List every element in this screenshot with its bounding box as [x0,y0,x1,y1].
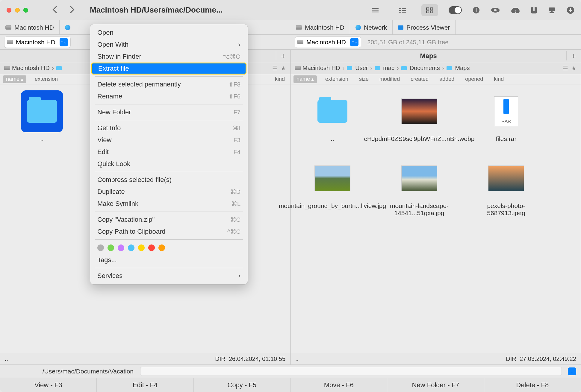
fkey-new-folder[interactable]: New Folder - F7 [387,378,484,392]
context-menu-item[interactable]: Show in Finder⌥⌘O [90,51,248,63]
binoculars-icon[interactable] [511,7,520,13]
network-icon[interactable] [548,7,556,13]
info-icon[interactable]: i [472,6,480,14]
folder-icon [56,66,62,70]
list-toggle-icon[interactable]: ☰ [563,65,568,72]
image-thumbnail [401,98,437,124]
col-name[interactable]: name ▴ [3,75,26,83]
folder-icon [401,66,407,70]
context-menu-divider [95,104,243,104]
back-button[interactable] [52,6,58,15]
context-menu-divider [95,76,243,77]
image-item-mountain-ground[interactable]: mountain_ground_by_burtn...llview.jpg [299,157,365,217]
tag-color-dot[interactable] [158,244,165,251]
col-name[interactable]: name ▴ [293,75,317,83]
fkey-copy[interactable]: Copy - F5 [194,378,290,392]
fkey-view[interactable]: View - F3 [0,378,97,392]
context-menu-item[interactable]: New FolderF7 [90,106,248,118]
disk-free-text: 205,51 GB of 245,11 GB free [367,39,449,46]
context-menu-item[interactable]: Quick Look [90,158,248,170]
context-menu-item[interactable]: Make Symlink⌘L [90,198,248,210]
context-menu-item[interactable]: Open [90,27,248,39]
image-item-mountain-landscape[interactable]: mountain-landscape-14541...51gxa.jpg [386,157,452,217]
left-device-select[interactable]: Macintosh HD ⌃⌄ [4,37,71,48]
list-view-icon[interactable] [367,4,384,16]
fkey-move[interactable]: Move - F6 [290,378,387,392]
col-kind[interactable]: kind [488,76,509,82]
svg-rect-16 [513,8,518,10]
column-view-icon[interactable] [394,4,411,16]
path-bar: /Users/mac/Documents/Vacation ⌄ [0,364,581,378]
context-menu-item[interactable]: EditF4 [90,146,248,158]
context-menu-item[interactable]: Get Info⌘I [90,122,248,134]
path-input[interactable] [140,367,562,376]
svg-rect-21 [550,12,554,13]
right-column-headers[interactable]: name ▴ extension size modified created a… [290,74,581,84]
add-tab-button[interactable]: + [276,51,290,60]
icon-view-icon[interactable] [421,4,438,16]
col-kind[interactable]: kind [270,76,290,82]
toggle-icon[interactable] [449,6,462,14]
context-menu-item[interactable]: Extract file [91,63,246,75]
right-device-row: Macintosh HD ⌃⌄ 205,51 GB of 245,11 GB f… [290,35,581,50]
star-icon[interactable]: ★ [281,65,286,72]
right-icon-grid[interactable]: .. cHJpdmF0ZS9sci9pbWFnZ...nBn.webp RAR … [290,84,581,353]
tag-color-dot[interactable] [148,244,155,251]
col-modified[interactable]: modified [374,76,405,82]
svg-point-13 [494,9,497,11]
tab-partial[interactable] [60,20,76,34]
path-dropdown-button[interactable]: ⌄ [568,367,576,375]
fkey-bar: View - F3 Edit - F4 Copy - F5 Move - F6 … [0,378,581,392]
parent-folder-item[interactable]: .. [9,90,75,142]
col-extension[interactable]: extension [29,76,63,82]
context-menu-item[interactable]: Rename⇧F6 [90,90,248,102]
tab-network[interactable]: Network [350,20,393,34]
context-menu-item[interactable]: Open With› [90,39,248,51]
context-menu-item[interactable]: Tags... [90,254,248,266]
image-item-webp[interactable]: cHJpdmF0ZS9sci9pbWFnZ...nBn.webp [386,90,452,142]
tab-macintosh-hd[interactable]: Macintosh HD [0,20,60,34]
right-breadcrumb[interactable]: Macintosh HD› User› mac› Documents› Maps… [290,62,581,74]
archive-icon[interactable] [531,6,537,14]
context-menu-label: New Folder [97,108,131,116]
maximize-window-button[interactable] [23,8,28,13]
tag-color-dot[interactable] [138,244,145,251]
hd-icon [4,66,10,70]
context-menu-item[interactable]: Services› [90,270,248,282]
context-menu-item[interactable]: Compress selected file(s) [90,174,248,186]
add-tab-button[interactable]: + [566,51,581,60]
context-menu-item[interactable]: Delete selected permanently⇧F8 [90,78,248,90]
tag-color-dot[interactable] [97,244,104,251]
context-menu-item[interactable]: Duplicate⌘D [90,186,248,198]
tag-color-dot[interactable] [118,244,124,251]
image-item-pexels[interactable]: pexels-photo-5687913.jpeg [473,157,539,217]
tab-macintosh-hd-r[interactable]: Macintosh HD [290,20,350,34]
col-size[interactable]: size [354,76,374,82]
right-device-select[interactable]: Macintosh HD ⌃⌄ [295,37,361,48]
device-dropdown-icon[interactable]: ⌃⌄ [350,38,358,46]
context-menu-item[interactable]: Copy Path to Clipboard^⌘C [90,226,248,238]
right-file-tab[interactable]: Maps [290,52,566,60]
tag-color-dot[interactable] [108,244,114,251]
forward-button[interactable] [69,6,75,15]
col-created[interactable]: created [405,76,434,82]
tag-color-dot[interactable] [128,244,134,251]
parent-folder-item[interactable]: .. [299,90,365,142]
tab-process-viewer[interactable]: Process Viewer [393,20,456,34]
eye-icon[interactable] [491,7,500,13]
col-opened[interactable]: opened [460,76,488,82]
col-added[interactable]: added [434,76,460,82]
download-icon[interactable] [567,6,574,14]
minimize-window-button[interactable] [15,8,20,13]
context-menu-item[interactable]: ViewF3 [90,134,248,146]
device-dropdown-icon[interactable]: ⌃⌄ [60,38,68,46]
app-window: Macintosh HD/Users/mac/Docume... i Macin… [0,0,581,392]
close-window-button[interactable] [7,8,11,13]
star-icon[interactable]: ★ [571,65,577,72]
fkey-delete[interactable]: Delete - F8 [484,378,581,392]
context-menu-item[interactable]: Copy "Vacation.zip"⌘C [90,214,248,226]
fkey-edit[interactable]: Edit - F4 [97,378,193,392]
rar-item[interactable]: RAR files.rar [473,90,539,142]
col-extension[interactable]: extension [320,76,354,82]
list-toggle-icon[interactable]: ☰ [272,65,278,72]
